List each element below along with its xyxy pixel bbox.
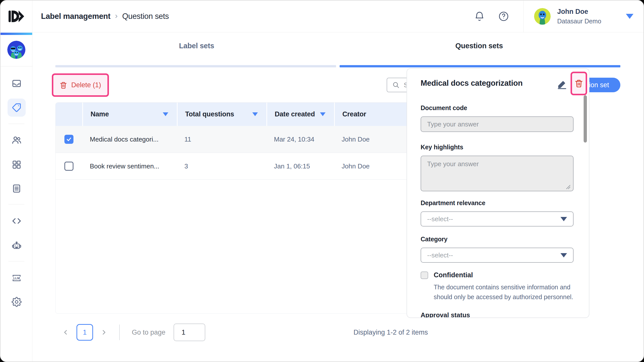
tab-underline: [55, 65, 336, 67]
delete-annotation-highlight[interactable]: Delete (1): [52, 73, 109, 97]
field-label-category: Category: [421, 236, 448, 243]
tag-icon: [12, 103, 22, 113]
document-lines-icon: [12, 184, 22, 194]
llm-icon: LLM: [12, 273, 22, 283]
panel-scrollbar[interactable]: [584, 95, 587, 143]
table-header: Name Total questions Date created Creato…: [56, 103, 428, 126]
sort-caret-icon[interactable]: [252, 112, 258, 116]
cell-total-questions: 3: [177, 162, 266, 170]
datasaur-logo[interactable]: [1, 1, 32, 32]
trash-icon: [60, 81, 67, 89]
help-icon[interactable]: [498, 11, 509, 22]
search-icon: [392, 81, 400, 89]
sort-caret-icon[interactable]: [163, 112, 168, 116]
notifications-bell-icon[interactable]: [474, 11, 485, 22]
key-highlights-textarea[interactable]: [421, 156, 574, 191]
pagination-summary: Displaying 1-2 of 2 items: [353, 329, 428, 336]
breadcrumb-question-sets: Question sets: [122, 12, 169, 21]
trash-annotation-highlight: [571, 72, 587, 95]
cell-name[interactable]: Medical docs categori...: [82, 135, 177, 143]
cell-date-created: Jan 1, 06:15: [266, 162, 334, 170]
sidebar-item-projects[interactable]: [8, 74, 26, 93]
select-caret-icon: [560, 253, 567, 257]
table-row[interactable]: Book review sentimen... 3 Jan 1, 06:15 J…: [56, 153, 428, 180]
check-icon: [66, 136, 72, 142]
sidebar-item-llm[interactable]: LLM: [8, 269, 26, 287]
question-set-detail-panel: Medical docs categorization Document cod…: [407, 68, 589, 318]
go-to-page-label: Go to page: [132, 329, 166, 336]
user-avatar: [534, 8, 551, 25]
header-date-created[interactable]: Date created: [266, 103, 334, 126]
user-menu-caret-icon[interactable]: [626, 14, 633, 19]
cell-name[interactable]: Book review sentimen...: [82, 162, 177, 170]
user-name: John Doe: [557, 8, 601, 16]
breadcrumb: Label management › Question sets: [32, 1, 474, 32]
field-label-department-relevance: Department relevance: [421, 199, 485, 207]
previous-page-icon[interactable]: [62, 329, 69, 336]
top-bar: Label management › Question sets: [1, 1, 643, 32]
edit-pencil-icon[interactable]: [557, 79, 567, 89]
document-code-input[interactable]: [421, 116, 574, 132]
field-label-key-highlights: Key highlights: [421, 144, 463, 151]
sidebar: LLM: [1, 33, 32, 361]
sidebar-divider: [8, 261, 24, 261]
tab-label-sets[interactable]: Label sets: [55, 33, 338, 67]
breadcrumb-chevron-icon: ›: [115, 11, 118, 20]
sidebar-item-dashboard[interactable]: [8, 156, 26, 174]
tab-question-sets[interactable]: Question sets: [338, 33, 620, 67]
department-relevance-select[interactable]: --select--: [421, 211, 574, 227]
pagination-divider: [119, 325, 120, 340]
sidebar-item-automation[interactable]: [8, 237, 26, 255]
row-checkbox-unchecked[interactable]: [64, 162, 73, 171]
confidential-checkbox[interactable]: [421, 272, 428, 279]
svg-text:LLM: LLM: [13, 277, 20, 280]
cell-total-questions: 11: [177, 135, 266, 143]
sidebar-item-documents[interactable]: [8, 179, 26, 198]
field-label-approval-status: Approval status: [421, 310, 470, 318]
sidebar-divider: [8, 124, 24, 124]
panel-title: Medical docs categorization: [421, 79, 522, 88]
delete-question-set-trash-icon[interactable]: [575, 79, 583, 88]
workspace-name: Datasaur Demo: [557, 18, 601, 25]
code-icon: [12, 216, 22, 226]
tab-bar: Label sets Question sets: [55, 33, 620, 67]
datasaur-logo-icon: [9, 11, 24, 22]
users-icon: [12, 135, 22, 145]
app-window: Label management › Question sets: [0, 0, 644, 362]
robot-icon: [12, 241, 22, 251]
sidebar-item-settings[interactable]: [8, 293, 26, 311]
header-name[interactable]: Name: [82, 103, 177, 126]
question-sets-table: Name Total questions Date created Creato…: [55, 102, 428, 314]
user-menu[interactable]: John Doe Datasaur Demo: [524, 1, 643, 32]
team-avatar-image: [7, 41, 25, 59]
team-avatar[interactable]: [7, 41, 25, 59]
page-number-button[interactable]: 1: [76, 324, 93, 341]
cell-date-created: Mar 24, 10:34: [266, 135, 334, 143]
header-total-questions[interactable]: Total questions: [177, 103, 266, 126]
select-caret-icon: [560, 217, 567, 221]
pagination: 1 Go to page Displaying 1-2 of 2 items: [55, 322, 428, 343]
row-checkbox-checked[interactable]: [64, 135, 73, 144]
delete-button[interactable]: Delete (1): [71, 81, 101, 89]
confidential-description: The document contains sensitive informat…: [434, 282, 580, 302]
category-select[interactable]: --select--: [421, 248, 574, 263]
field-label-document-code: Document code: [421, 104, 467, 112]
table-row[interactable]: Medical docs categori... 11 Mar 24, 10:3…: [56, 126, 428, 153]
confidential-label: Confidential: [434, 271, 473, 279]
inbox-icon: [12, 78, 22, 88]
next-page-icon[interactable]: [101, 329, 107, 336]
go-to-page-input[interactable]: [174, 324, 205, 341]
sidebar-accent-bar: [1, 33, 32, 35]
sidebar-item-label-management[interactable]: [8, 99, 26, 117]
sidebar-divider: [1, 66, 32, 66]
sidebar-item-api[interactable]: [8, 212, 26, 230]
sidebar-divider: [8, 204, 24, 204]
sidebar-item-team-members[interactable]: [8, 131, 26, 149]
grid-icon: [12, 160, 22, 170]
gear-icon: [12, 297, 22, 307]
breadcrumb-label-management[interactable]: Label management: [41, 12, 110, 21]
tab-underline-active: [340, 65, 620, 67]
header-checkbox-column: [56, 103, 82, 126]
sort-caret-icon[interactable]: [320, 112, 326, 116]
